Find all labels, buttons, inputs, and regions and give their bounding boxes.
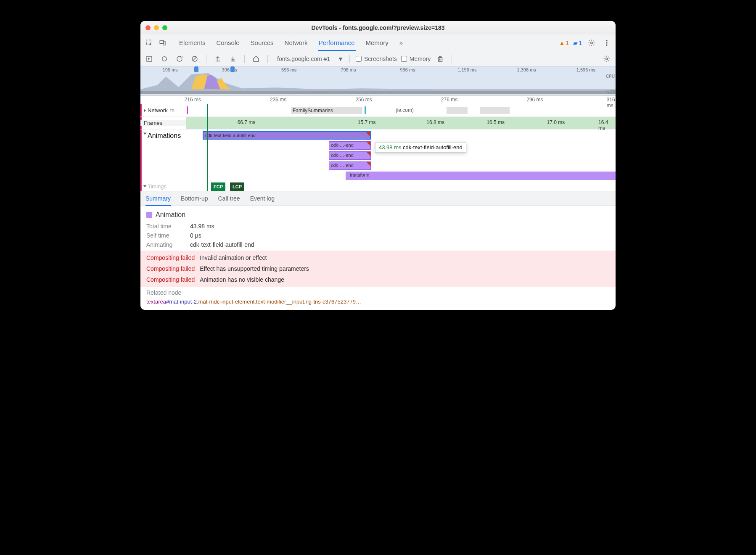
tab-memory[interactable]: Memory (365, 35, 389, 50)
ruler-tick: 256 ms (355, 97, 372, 103)
gc-icon[interactable] (435, 53, 446, 64)
device-icon[interactable] (157, 37, 168, 48)
screenshots-toggle[interactable]: Screenshots (356, 56, 397, 62)
warning-icon (366, 142, 370, 146)
tab-call-tree[interactable]: Call tree (218, 195, 240, 202)
disclosure-icon[interactable] (143, 133, 147, 135)
related-node-link[interactable]: textarea#mat-input-2.mat-mdc-input-eleme… (146, 299, 610, 305)
compositing-fail-row: Compositing failedAnimation has no visib… (146, 274, 610, 285)
svg-point-10 (606, 58, 608, 60)
warnings-count: 1 (566, 40, 569, 46)
flamechart[interactable]: Networkts FamilySummaries jle.com) Frame… (140, 104, 616, 191)
tab-event-log[interactable]: Event log (250, 195, 275, 202)
frame-duration[interactable]: 17.0 ms (547, 119, 565, 125)
overview-tick: 796 ms (319, 67, 378, 72)
animation-bar-transform[interactable]: transform (346, 172, 616, 180)
more-icon[interactable] (601, 37, 612, 48)
tabs-overflow[interactable]: » (399, 35, 404, 50)
reload-icon[interactable] (174, 53, 185, 64)
warnings-badge[interactable]: ▲ 1 (559, 40, 569, 46)
disclosure-icon[interactable] (143, 185, 147, 188)
tab-sources[interactable]: Sources (250, 35, 275, 50)
network-row[interactable]: Networkts FamilySummaries jle.com) (140, 104, 616, 117)
animations-row[interactable]: Animations cdk-text-field-autofill-end c… (140, 130, 616, 182)
tab-performance[interactable]: Performance (318, 35, 356, 51)
timings-row[interactable]: Timings FCP LCP (140, 182, 616, 191)
tab-bottom-up[interactable]: Bottom-up (181, 195, 208, 202)
download-icon[interactable] (227, 53, 238, 64)
compositing-failures: Compositing failedInvalid animation or e… (140, 251, 616, 287)
overview-tick: 1,396 ms (497, 67, 556, 72)
window-title: DevTools - fonts.google.com/?preview.siz… (140, 24, 616, 31)
dropdown-icon[interactable]: ▼ (338, 56, 344, 62)
devtools-window: DevTools - fonts.google.com/?preview.siz… (140, 21, 616, 310)
animation-bar[interactable]: cdk-…-end (329, 161, 371, 170)
svg-point-6 (606, 45, 607, 45)
overview-tick: 1,596 ms (556, 67, 616, 72)
summary-pane: Animation Total time43.98 ms Self time0 … (140, 206, 616, 310)
ruler-tick: 276 ms (441, 97, 457, 103)
inspect-icon[interactable] (144, 37, 155, 48)
frame-duration[interactable]: 16.8 ms (426, 119, 444, 125)
ruler-tick: 236 ms (270, 97, 286, 103)
svg-point-3 (591, 42, 593, 44)
overview-ticks: 196 ms396 ms596 ms796 ms996 ms1,196 ms1,… (140, 66, 616, 72)
issues-badge[interactable]: ▰ 1 (573, 40, 582, 46)
animation-bar-selected[interactable]: cdk-text-field-autofill-end (203, 131, 371, 140)
compositing-fail-row: Compositing failedEffect has unsupported… (146, 263, 610, 274)
cpu-label: CPU (606, 74, 615, 79)
network-entry[interactable] (447, 107, 468, 114)
frame-duration[interactable]: 15.7 ms (358, 119, 376, 125)
network-entry[interactable]: FamilySummaries (291, 107, 362, 114)
record-icon[interactable] (159, 53, 170, 64)
animation-bar[interactable]: cdk-…-end (329, 141, 371, 150)
range-handle-left[interactable] (194, 66, 198, 72)
overview-tick: 596 ms (259, 67, 319, 72)
main-toolbar: Elements Console Sources Network Perform… (140, 34, 616, 51)
svg-point-5 (606, 42, 607, 43)
self-time-value: 0 μs (190, 232, 201, 239)
color-swatch (146, 212, 152, 218)
settings-icon[interactable] (586, 37, 597, 48)
overview-timeline[interactable]: 196 ms396 ms596 ms796 ms996 ms1,196 ms1,… (140, 66, 616, 96)
tab-summary[interactable]: Summary (145, 195, 171, 206)
frame-duration[interactable]: 66.7 ms (238, 119, 256, 125)
warning-icon (366, 162, 370, 166)
disclosure-icon[interactable] (144, 109, 146, 112)
animating-value: cdk-text-field-autofill-end (190, 241, 254, 248)
network-entry-partial[interactable]: jle.com) (396, 107, 414, 113)
warning-icon (366, 152, 370, 156)
ruler-tick: 296 ms (526, 97, 543, 103)
range-handle-right[interactable] (230, 66, 235, 72)
ruler-tick: 216 ms (185, 97, 201, 103)
details-tabs: Summary Bottom-up Call tree Event log (140, 191, 616, 206)
perf-toolbar: fonts.google.com #1 ▼ Screenshots Memory (140, 51, 616, 66)
tab-elements[interactable]: Elements (178, 35, 206, 50)
issues-count: 1 (579, 40, 582, 46)
playhead-line (207, 104, 208, 191)
frames-row[interactable]: Frames 66.7 ms15.7 ms16.8 ms16.5 ms17.0 … (140, 117, 616, 130)
time-ruler[interactable]: 216 ms236 ms256 ms276 ms296 ms316 ms (140, 96, 616, 104)
svg-point-8 (162, 56, 167, 61)
warning-icon (366, 132, 370, 136)
total-time-value: 43.98 ms (190, 223, 214, 230)
overview-tick: 996 ms (378, 67, 437, 72)
tab-console[interactable]: Console (216, 35, 241, 50)
capture-settings-icon[interactable] (601, 53, 612, 64)
clear-icon[interactable] (189, 53, 200, 64)
compositing-fail-row: Compositing failedInvalid animation or e… (146, 252, 610, 263)
memory-toggle[interactable]: Memory (401, 56, 431, 62)
fcp-marker[interactable]: FCP (211, 182, 225, 191)
frame-duration[interactable]: 16.5 ms (486, 119, 505, 125)
overview-tick: 396 ms (200, 67, 259, 72)
lcp-marker[interactable]: LCP (230, 182, 244, 191)
network-entry[interactable] (480, 107, 510, 114)
panel-tabs: Elements Console Sources Network Perform… (178, 35, 404, 50)
net-label: NET (606, 90, 615, 95)
tab-network[interactable]: Network (284, 35, 309, 50)
upload-icon[interactable] (212, 53, 223, 64)
animation-bar[interactable]: cdk-…-end (329, 151, 371, 160)
recording-selector[interactable]: fonts.google.com #1 (274, 56, 333, 62)
toggle-panel-icon[interactable] (144, 53, 155, 64)
home-icon[interactable] (251, 53, 262, 64)
